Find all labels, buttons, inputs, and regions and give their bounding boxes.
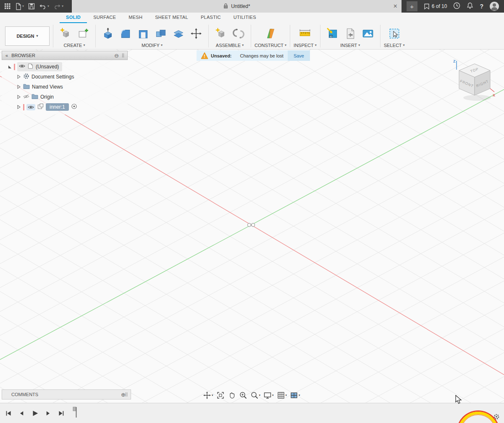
save-button[interactable]	[28, 1, 35, 11]
tree-item-label[interactable]: Origin	[40, 94, 54, 100]
titlebar-left-tools: ▾ ▾ ▾	[0, 1, 68, 11]
new-component-button[interactable]	[57, 25, 74, 42]
unsaved-warning-bar: ! Unsaved: Changes may be lost Save	[197, 50, 310, 61]
nav-viewports-button[interactable]: ▾	[289, 390, 301, 400]
step-forward-button[interactable]	[43, 409, 52, 418]
create-sketch-button[interactable]	[74, 25, 92, 42]
warning-message: Changes may be lost	[240, 53, 284, 58]
visibility-eye-icon[interactable]	[26, 104, 35, 110]
document-tab[interactable]: Untitled* ×	[72, 0, 402, 13]
nav-hand-button[interactable]	[227, 390, 236, 400]
shell-button[interactable]	[134, 25, 152, 42]
notifications-bell-icon[interactable]	[467, 2, 473, 11]
selected-tree-item-label[interactable]: inner:1	[46, 103, 69, 111]
assemble-new-component-button[interactable]	[212, 25, 230, 42]
group-label-select[interactable]: SELECT▾	[384, 43, 405, 48]
ribbon: SOLID SURFACE MESH SHEET METAL PLASTIC U…	[0, 13, 504, 50]
gear-icon	[23, 73, 29, 81]
nav-display-settings-button[interactable]: ▾	[263, 390, 274, 400]
undo-button[interactable]: ▾	[39, 1, 49, 11]
document-switcher[interactable]: 6 of 10	[424, 3, 447, 10]
group-label-construct[interactable]: CONSTRUCT▾	[255, 43, 286, 48]
panel-options-icon[interactable]: ⊖	[114, 52, 119, 59]
comments-panel-bar[interactable]: COMMENTS ⊕	[2, 389, 131, 400]
tree-item-label[interactable]: Named Views	[32, 84, 63, 90]
nav-fit-button[interactable]	[216, 390, 225, 400]
folder-icon	[32, 94, 38, 100]
visibility-off-eye-icon[interactable]	[23, 94, 29, 100]
ribbon-toolbar: DESIGN ▾ CREATE▾	[0, 23, 504, 49]
chevron-down-icon: ▾	[62, 5, 63, 8]
close-tab-icon[interactable]: ×	[393, 3, 397, 10]
tree-row-root[interactable]: (Unsaved)	[2, 62, 128, 72]
go-to-end-button[interactable]	[56, 409, 66, 418]
tab-surface[interactable]: SURFACE	[87, 13, 122, 23]
group-label-insert[interactable]: INSERT▾	[340, 43, 360, 48]
insert-canvas-button[interactable]	[359, 25, 377, 42]
press-pull-button[interactable]	[99, 25, 117, 42]
move-copy-button[interactable]	[187, 25, 205, 42]
collapse-panel-icon[interactable]: «	[5, 53, 8, 58]
disclosure-icon[interactable]	[17, 75, 21, 79]
group-label-create[interactable]: CREATE▾	[64, 43, 85, 48]
tree-row-origin[interactable]: Origin	[2, 92, 128, 102]
nav-zoom-button[interactable]	[239, 390, 248, 400]
play-button[interactable]	[30, 409, 39, 418]
step-back-button[interactable]	[17, 409, 26, 418]
redo-button[interactable]: ▾	[53, 1, 63, 11]
panel-drag-handle[interactable]	[126, 392, 127, 397]
titlebar-right-tools: + 6 of 10 ?	[402, 0, 504, 13]
disclosure-icon[interactable]	[17, 85, 21, 89]
warning-label: Unsaved:	[211, 53, 232, 58]
insert-derive-button[interactable]: 3D	[324, 25, 341, 42]
browser-header[interactable]: « BROWSER ⊖	[2, 51, 128, 60]
chevron-down-icon: ▾	[22, 5, 24, 8]
tab-plastic[interactable]: PLASTIC	[194, 13, 227, 23]
titlebar: ▾ ▾ ▾ Untitled* × + 6 of 10	[0, 0, 504, 13]
activate-component-radio[interactable]	[71, 103, 77, 111]
app-grid-icon[interactable]	[4, 1, 11, 11]
help-icon[interactable]: ?	[480, 3, 483, 10]
panel-drag-handle[interactable]	[122, 53, 124, 57]
expand-comments-icon[interactable]: ⊕	[121, 392, 126, 398]
nav-zoom-options-button[interactable]: ▾	[250, 390, 261, 400]
select-tool-button[interactable]	[386, 25, 403, 42]
root-document-label[interactable]: (Unsaved)	[36, 64, 59, 70]
view-cube[interactable]: Z TOP FRONT RIGHT X	[451, 58, 498, 105]
group-label-modify[interactable]: MODIFY▾	[142, 43, 163, 48]
combine-button[interactable]	[152, 25, 170, 42]
group-label-assemble[interactable]: ASSEMBLE▾	[216, 43, 244, 48]
tree-row-named-views[interactable]: Named Views	[2, 82, 128, 92]
viewport-canvas[interactable]: ! Unsaved: Changes may be lost Save « BR…	[0, 50, 504, 403]
tab-sheet-metal[interactable]: SHEET METAL	[149, 13, 194, 23]
avatar[interactable]	[490, 2, 499, 11]
new-tab-button[interactable]: +	[407, 1, 417, 11]
tree-row-document-settings[interactable]: Document Settings	[2, 72, 128, 82]
fillet-button[interactable]	[117, 25, 134, 42]
visibility-eye-icon[interactable]	[19, 64, 25, 70]
disclosure-icon[interactable]	[17, 105, 21, 109]
expanded-disclosure-icon[interactable]	[8, 65, 12, 69]
construction-plane-button[interactable]	[262, 25, 279, 42]
nav-grid-settings-button[interactable]: ▾	[276, 390, 288, 400]
recent-icon[interactable]	[453, 2, 460, 11]
group-label-inspect[interactable]: INSPECT▾	[294, 43, 317, 48]
tab-utilities[interactable]: UTILITIES	[227, 13, 262, 23]
insert-mesh-button[interactable]	[341, 25, 359, 42]
offset-face-button[interactable]	[170, 25, 187, 42]
disclosure-icon[interactable]	[17, 95, 21, 99]
tree-item-label[interactable]: Document Settings	[32, 74, 74, 80]
warning-save-button[interactable]: Save	[288, 50, 310, 61]
measure-button[interactable]	[296, 25, 314, 42]
file-menu-button[interactable]: ▾	[15, 1, 24, 11]
timeline-marker[interactable]	[73, 406, 79, 420]
nav-pan-button[interactable]: ▾	[202, 390, 214, 400]
tab-solid[interactable]: SOLID	[60, 13, 87, 23]
go-to-start-button[interactable]	[4, 409, 13, 418]
workspace-selector-button[interactable]: DESIGN ▾	[5, 26, 50, 46]
browser-tree: (Unsaved) Document Settings	[2, 60, 128, 115]
timeline-bar	[0, 403, 504, 423]
tab-mesh[interactable]: MESH	[122, 13, 149, 23]
tree-row-inner-1[interactable]: inner:1	[2, 102, 128, 112]
joint-button[interactable]	[230, 25, 247, 42]
